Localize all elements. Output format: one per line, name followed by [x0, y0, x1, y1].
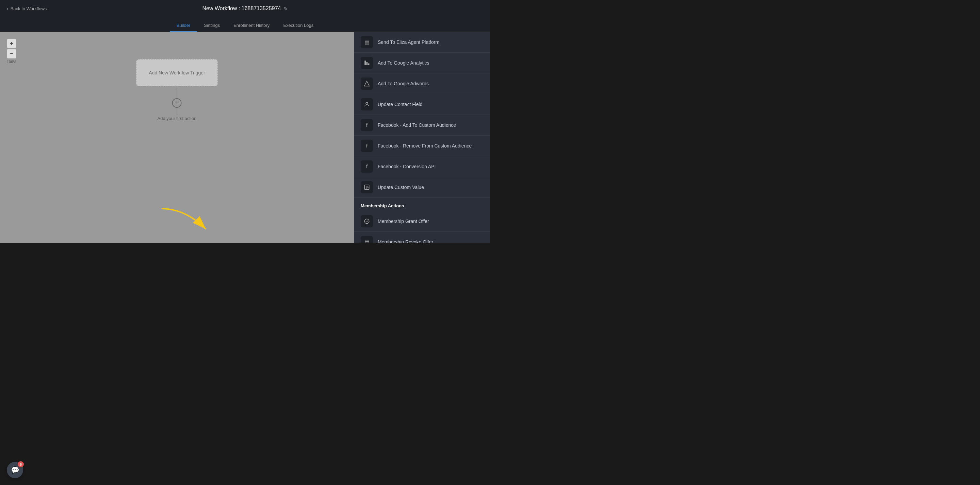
sidebar-item-google-analytics[interactable]: Add To Google Analytics: [354, 53, 490, 73]
workflow-title: New Workflow : 1688713525974: [202, 5, 281, 11]
sidebar-item-fb-remove-audience[interactable]: f Facebook - Remove From Custom Audience: [354, 136, 490, 156]
svg-rect-1: [364, 60, 366, 65]
first-action-label: Add your first action: [158, 116, 197, 121]
svg-rect-3: [368, 63, 369, 65]
membership-section: Membership Actions Membership Grant Offe…: [354, 198, 490, 242]
membership-grant-icon: [361, 215, 373, 227]
back-button[interactable]: ‹ Back to Workflows: [7, 6, 47, 11]
sidebar-item-update-custom-value[interactable]: Update Custom Value: [354, 177, 490, 198]
svg-point-5: [366, 102, 368, 105]
membership-section-header: Membership Actions: [354, 198, 490, 211]
google-analytics-icon: [361, 57, 373, 69]
zoom-level: 100%: [7, 60, 16, 64]
add-action-button[interactable]: +: [172, 98, 182, 108]
sidebar-item-send-eliza[interactable]: ▤ Send To Eliza Agent Platform: [354, 32, 490, 53]
workflow-trigger-box[interactable]: Add New Workflow Trigger: [136, 59, 218, 86]
fb-add-audience-icon: f: [361, 119, 373, 131]
sidebar-item-membership-grant[interactable]: Membership Grant Offer: [354, 211, 490, 232]
update-custom-value-icon: [361, 181, 373, 193]
connector-line-top: [177, 88, 177, 98]
membership-revoke-icon: ▤: [361, 236, 373, 242]
membership-grant-label: Membership Grant Offer: [378, 219, 429, 224]
google-adwords-label: Add To Google Adwords: [378, 81, 429, 86]
fb-remove-audience-label: Facebook - Remove From Custom Audience: [378, 143, 472, 149]
tab-execution[interactable]: Execution Logs: [276, 19, 320, 32]
sidebar-item-fb-conversion[interactable]: f Facebook - Conversion API: [354, 156, 490, 177]
svg-point-7: [364, 219, 369, 223]
connector-line-bottom: [177, 108, 177, 114]
sidebar-item-membership-revoke[interactable]: ▤ Membership Revoke Offer: [354, 232, 490, 242]
google-adwords-icon: [361, 78, 373, 90]
trigger-label: Add New Workflow Trigger: [149, 70, 205, 76]
header: ‹ Back to Workflows New Workflow : 16887…: [0, 0, 490, 17]
connector: + Add your first action: [158, 88, 197, 121]
svg-rect-2: [366, 62, 368, 65]
tab-builder[interactable]: Builder: [170, 19, 197, 32]
back-arrow-icon: ‹: [7, 6, 8, 11]
header-title: New Workflow : 1688713525974 ✎: [202, 5, 288, 11]
send-eliza-icon: ▤: [361, 36, 373, 48]
tab-settings[interactable]: Settings: [197, 19, 227, 32]
sidebar-item-google-adwords[interactable]: Add To Google Adwords: [354, 73, 490, 94]
send-eliza-label: Send To Eliza Agent Platform: [378, 40, 439, 45]
sidebar-item-fb-add-audience[interactable]: f Facebook - Add To Custom Audience: [354, 115, 490, 136]
integrations-section: ▤ Send To Eliza Agent Platform Add To Go…: [354, 32, 490, 198]
back-label: Back to Workflows: [11, 6, 47, 11]
zoom-in-button[interactable]: +: [7, 39, 16, 48]
main-area: + − 100% Add New Workflow Trigger + Add …: [0, 32, 490, 242]
arrow-annotation: [158, 205, 213, 239]
update-custom-value-label: Update Custom Value: [378, 185, 424, 190]
zoom-out-button[interactable]: −: [7, 49, 16, 59]
zoom-controls: + − 100%: [7, 39, 16, 64]
fb-add-audience-label: Facebook - Add To Custom Audience: [378, 122, 456, 128]
fb-conversion-label: Facebook - Conversion API: [378, 164, 436, 169]
tab-enrollment[interactable]: Enrollment History: [227, 19, 276, 32]
action-sidebar: ▤ Send To Eliza Agent Platform Add To Go…: [354, 32, 490, 242]
fb-conversion-icon: f: [361, 160, 373, 173]
sidebar-item-update-contact[interactable]: Update Contact Field: [354, 94, 490, 115]
google-analytics-label: Add To Google Analytics: [378, 60, 430, 66]
update-contact-label: Update Contact Field: [378, 101, 423, 107]
edit-title-icon[interactable]: ✎: [283, 6, 288, 11]
membership-revoke-label: Membership Revoke Offer: [378, 239, 433, 242]
workflow-canvas[interactable]: + − 100% Add New Workflow Trigger + Add …: [0, 32, 354, 242]
tabs-bar: Builder Settings Enrollment History Exec…: [0, 17, 490, 32]
fb-remove-audience-icon: f: [361, 140, 373, 152]
update-contact-icon: [361, 98, 373, 111]
svg-marker-4: [364, 81, 369, 86]
